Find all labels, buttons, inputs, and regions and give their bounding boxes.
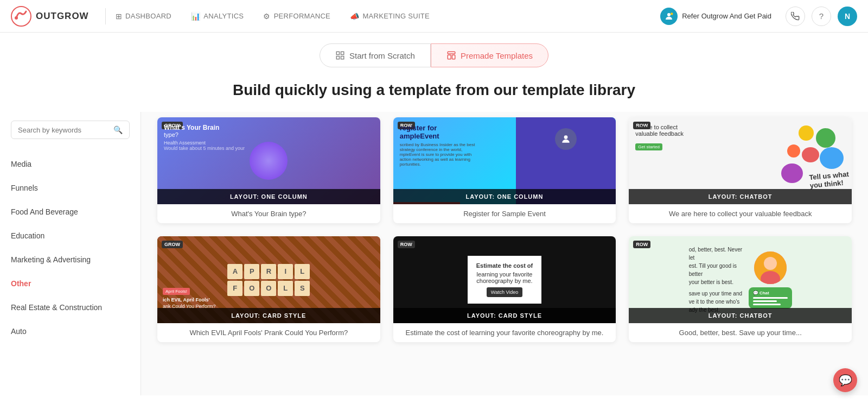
svg-point-1: [15, 16, 18, 20]
top-nav: OUTGROW ⊞ DASHBOARD 📊 ANALYTICS ⚙ PERFOR…: [0, 0, 868, 33]
avatar-label: N: [845, 12, 850, 21]
sidebar-item-marketing[interactable]: Marketing & Advertising: [11, 248, 130, 272]
card-image-brain: GROW What's Your Brain type? Health Asse…: [157, 117, 380, 204]
grow-badge-chatbot2: ROW: [633, 241, 650, 248]
sidebar-item-auto-label: Auto: [11, 327, 27, 336]
nav-analytics-label: ANALYTICS: [203, 12, 244, 20]
event-text: register for ampleEvent scribed by Busin…: [400, 124, 476, 167]
sidebar-item-other[interactable]: Other: [11, 272, 130, 295]
sidebar-item-funnels[interactable]: Funnels: [11, 176, 130, 200]
card-label-event: LAYOUT: ONE COLUMN: [393, 189, 616, 204]
dance-box: Estimate the cost of learning your favor…: [468, 256, 542, 304]
phone-icon: [791, 12, 800, 21]
template-card-chatbot2[interactable]: ROW od, better, best. Never let est. Til…: [629, 236, 852, 342]
sidebar-item-auto[interactable]: Auto: [11, 319, 130, 343]
feedback-text: e here to collect valuable feedback: [635, 124, 684, 137]
svg-rect-6: [336, 56, 339, 59]
card-title-chatbot2: Good, better, best. Save up your time...: [629, 323, 852, 342]
phone-button[interactable]: [786, 7, 805, 26]
april-sub: ich EVIL April Fools': [163, 297, 210, 303]
sidebar-item-realestate-label: Real Estate & Construction: [11, 303, 102, 312]
nav-marketing-suite[interactable]: 📣 MARKETING SUITE: [340, 0, 439, 33]
search-icon[interactable]: 🔍: [113, 125, 123, 134]
chat-icon: 💬: [839, 374, 852, 387]
card-label-dance: LAYOUT: CARD STYLE: [393, 308, 616, 323]
user-avatar[interactable]: N: [838, 7, 857, 26]
sidebar-item-education[interactable]: Education: [11, 224, 130, 248]
nav-dashboard-label: DASHBOARD: [125, 12, 171, 20]
brain-visual: [250, 142, 288, 180]
sidebar-item-mktg-label: Marketing & Advertising: [11, 255, 91, 264]
dance-cta-btn: Watch Video: [487, 287, 523, 297]
search-input[interactable]: [18, 126, 113, 134]
help-button[interactable]: ?: [812, 7, 831, 26]
refer-icon: [660, 8, 678, 25]
card-image-chatbot2: ROW od, better, best. Never let est. Til…: [629, 236, 852, 323]
svg-rect-10: [452, 55, 455, 59]
card-title-april: Which EVIL April Fools' Prank Could You …: [157, 323, 380, 342]
card-title-feedback: We are here to collect your valuable fee…: [629, 204, 852, 223]
nav-links: ⊞ DASHBOARD 📊 ANALYTICS ⚙ PERFORMANCE 📣 …: [106, 0, 653, 33]
scratch-icon: [335, 51, 345, 60]
svg-point-2: [667, 13, 671, 16]
mode-toggle: Start from Scratch Premade Templates: [0, 33, 868, 73]
template-card-feedback[interactable]: ROW e here to collect valuable feedback …: [629, 117, 852, 223]
sidebar-item-edu-label: Education: [11, 231, 44, 240]
nav-performance[interactable]: ⚙ PERFORMANCE: [253, 0, 340, 33]
sidebar-item-food-beverage[interactable]: Food And Beverage: [11, 200, 130, 224]
nav-dashboard[interactable]: ⊞ DASHBOARD: [106, 0, 181, 33]
card-label-feedback: LAYOUT: CHATBOT: [629, 189, 852, 204]
svg-rect-7: [341, 56, 344, 59]
refer-button[interactable]: Refer Outgrow And Get Paid: [653, 3, 779, 29]
grow-badge-dance: ROW: [398, 241, 415, 248]
logo[interactable]: OUTGROW: [11, 6, 89, 27]
help-icon: ?: [819, 11, 824, 21]
april-badge: April Fools!: [163, 288, 190, 295]
scratch-button[interactable]: Start from Scratch: [320, 43, 431, 67]
card-label-chatbot2: LAYOUT: CHATBOT: [629, 308, 852, 323]
outgrow-logo-icon: [11, 6, 31, 27]
chat-widget[interactable]: 💬: [833, 368, 857, 392]
scratch-label: Start from Scratch: [349, 51, 415, 60]
svg-rect-4: [336, 52, 339, 54]
analytics-icon: 📊: [191, 12, 200, 21]
sidebar-item-funnels-label: Funnels: [11, 184, 38, 192]
sidebar-item-real-estate[interactable]: Real Estate & Construction: [11, 295, 130, 319]
template-card-dance[interactable]: ROW Estimate the cost of learning your f…: [393, 236, 616, 342]
refer-label: Refer Outgrow And Get Paid: [682, 12, 771, 20]
card-image-april: GROW A P R I L F: [157, 236, 380, 323]
sidebar-categories: Media Funnels Food And Beverage Educatio…: [11, 152, 130, 343]
sidebar-item-media[interactable]: Media: [11, 152, 130, 176]
search-box: 🔍: [11, 121, 130, 139]
page-title: Build quickly using a template from our …: [0, 81, 868, 99]
card-title-dance: Estimate the cost of learning your favor…: [393, 323, 616, 342]
svg-point-13: [764, 257, 777, 270]
card-image-event: ROW register for ampleEvent scribed by B…: [393, 117, 616, 204]
nav-analytics[interactable]: 📊 ANALYTICS: [181, 0, 253, 33]
card-title-event: Register for Sample Event: [393, 204, 616, 223]
person-avatar: [754, 251, 787, 284]
svg-rect-9: [448, 55, 451, 59]
sidebar-item-other-label: Other: [11, 279, 31, 288]
content-area: GROW What's Your Brain type? Health Asse…: [141, 112, 868, 395]
event-person-icon: [560, 134, 571, 144]
card-image-feedback: ROW e here to collect valuable feedback …: [629, 117, 852, 204]
templates-button[interactable]: Premade Templates: [431, 43, 548, 67]
nav-marketing-label: MARKETING SUITE: [362, 12, 430, 20]
svg-point-0: [11, 7, 31, 26]
template-card-brain[interactable]: GROW What's Your Brain type? Health Asse…: [157, 117, 380, 223]
chatbot-speech-bubble: 💬 Chat: [749, 287, 792, 308]
nav-right: Refer Outgrow And Get Paid ? N: [653, 3, 857, 29]
templates-icon: [446, 51, 456, 60]
sidebar-item-food-label: Food And Beverage: [11, 207, 78, 216]
card-image-dance: ROW Estimate the cost of learning your f…: [393, 236, 616, 323]
started-badge: Get started: [635, 143, 662, 150]
brain-text: What's Your Brain type? Health Assessmen…: [164, 124, 245, 151]
dashboard-icon: ⊞: [116, 12, 122, 21]
refer-user-icon: [664, 11, 674, 21]
main-layout: 🔍 Media Funnels Food And Beverage Educat…: [0, 112, 868, 395]
template-card-april[interactable]: GROW A P R I L F: [157, 236, 380, 342]
template-card-event[interactable]: ROW register for ampleEvent scribed by B…: [393, 117, 616, 223]
chatbot2-text: od, better, best. Never let est. Till yo…: [689, 245, 743, 314]
nav-performance-label: PERFORMANCE: [274, 12, 330, 20]
